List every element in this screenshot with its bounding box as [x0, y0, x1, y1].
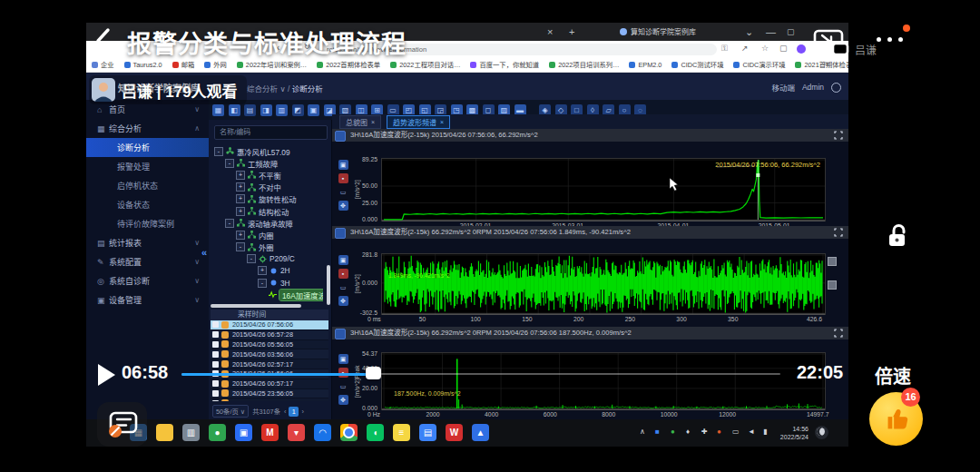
expand-box-icon[interactable]: +: [236, 182, 245, 192]
mobile-mode-label[interactable]: 移动端: [771, 82, 795, 93]
sidebar-subitem-待评价故障案例[interactable]: 待评价故障案例: [86, 214, 209, 233]
mail-app-icon[interactable]: M: [261, 424, 279, 441]
row-checkbox[interactable]: [212, 321, 219, 328]
toolbar-icon-6[interactable]: ▣: [308, 104, 319, 116]
fullscreen-icon[interactable]: [834, 228, 843, 237]
sidebar-subitem-启停机状态[interactable]: 启停机状态: [86, 176, 209, 195]
sample-row[interactable]: 2015/04/25 23:56:05: [211, 389, 328, 399]
expand-box-icon[interactable]: +: [258, 266, 267, 275]
tab-search-icon[interactable]: ⌄: [745, 25, 753, 38]
tray-icon-6[interactable]: ▭: [732, 428, 740, 436]
collapse-box-icon[interactable]: -: [236, 242, 245, 251]
bookmark-item[interactable]: CIDC演示环境: [733, 60, 785, 69]
tray-icon-7[interactable]: ◄: [748, 428, 755, 436]
more-menu-icon[interactable]: [877, 37, 913, 44]
spectrum-chart[interactable]: 3H\16A加速度波形(2-15k) 66.292m/s^2 0RPM 2015…: [332, 327, 848, 416]
wps-app-icon[interactable]: W: [446, 424, 463, 441]
page-number[interactable]: 1: [289, 407, 299, 417]
bookmark-item[interactable]: Taurus2.0: [124, 61, 162, 69]
tree-node-惠冷风机L57.09[interactable]: -惠冷风机L57.09: [211, 145, 323, 157]
toolbar-icon-5[interactable]: ◩: [292, 104, 304, 116]
tab-close-icon[interactable]: ×: [547, 25, 553, 38]
marker-icon[interactable]: ▪: [338, 173, 348, 183]
share-icon[interactable]: ↗: [741, 44, 749, 53]
browser-profile-avatar[interactable]: [797, 44, 806, 54]
pan-icon[interactable]: ✥: [338, 296, 348, 306]
monitor-icon[interactable]: ▭: [338, 187, 348, 197]
calc-app-icon[interactable]: ▥: [182, 424, 200, 441]
sample-row[interactable]: 2015/04/26 03:56:06: [211, 349, 328, 359]
plot-scroll-button[interactable]: [828, 257, 837, 266]
bookmark-item[interactable]: 2022工程项目对话…: [390, 60, 460, 69]
picture-in-picture-icon[interactable]: [813, 28, 851, 57]
doc-app-icon[interactable]: ▤: [419, 424, 436, 441]
wechat-icon[interactable]: ◖: [367, 424, 384, 441]
danmaku-off-button[interactable]: [97, 402, 147, 447]
sample-row[interactable]: 2015/04/25 22:43:14: [211, 398, 328, 401]
unlock-icon[interactable]: [883, 221, 914, 251]
tab-close-icon[interactable]: ×: [371, 119, 375, 125]
folder-icon[interactable]: [156, 424, 173, 441]
streamer-info[interactable]: 吕谦 | 179人观看: [89, 75, 247, 104]
window-maximize-icon[interactable]: ▢: [787, 25, 795, 38]
bookmark-item[interactable]: 百度一下，你就知道: [470, 60, 539, 69]
sidebar-item-设备管理[interactable]: ▣设备管理∨: [86, 290, 209, 310]
tree-horizontal-scrollbar[interactable]: [211, 304, 301, 308]
back-icon[interactable]: [93, 27, 113, 54]
sidebar-subitem-报警处理[interactable]: 报警处理: [86, 157, 209, 176]
tray-icon-1[interactable]: ■: [655, 428, 660, 436]
fullscreen-icon[interactable]: [834, 131, 843, 140]
chrome-icon[interactable]: [340, 424, 358, 441]
bookmark-item[interactable]: 2022年培训和案例…: [237, 60, 307, 69]
bookmark-item[interactable]: EPM2.0: [629, 61, 662, 69]
tray-icon-5[interactable]: ●: [717, 428, 721, 436]
sample-row[interactable]: 2015/04/26 00:57:17: [211, 379, 328, 389]
tree-node-16A加速度波形(2-1[interactable]: 16A加速度波形(2-1: [211, 289, 323, 300]
fullscreen-icon[interactable]: [834, 329, 843, 338]
page-size-select[interactable]: 50条/页 ∨: [212, 405, 249, 418]
tree-node-外圈[interactable]: -外圈: [211, 241, 323, 253]
sidebar-item-综合分析[interactable]: ▦综合分析∧: [86, 119, 209, 138]
night-mode-icon[interactable]: [815, 426, 828, 439]
row-checkbox[interactable]: [212, 390, 219, 397]
plot-canvas[interactable]: 2015/04/26 07:56:06, 66.292m/s^2: [381, 158, 826, 221]
monitor-icon[interactable]: ▭: [338, 282, 348, 292]
green-app-icon[interactable]: ●: [209, 424, 226, 441]
bookmark-item[interactable]: 2022首期体检表单: [317, 60, 380, 69]
sample-row[interactable]: 2015/04/26 07:56:06: [211, 320, 328, 330]
plot-canvas[interactable]: 1.849ms, -90.421m/s^2: [381, 253, 826, 315]
chart-tool-icon[interactable]: [335, 228, 346, 239]
tree-node-3H[interactable]: -3H: [211, 277, 323, 289]
toolbar-icon-0[interactable]: ▦: [212, 104, 224, 116]
tray-icon-0[interactable]: ∧: [640, 428, 645, 436]
plot-select-icon[interactable]: ▣: [338, 255, 348, 265]
tray-icon-4[interactable]: ✚: [701, 428, 708, 436]
bookmark-item[interactable]: CIDC测试环境: [671, 60, 723, 69]
playback-speed-button[interactable]: 倍速: [875, 362, 911, 388]
collapse-box-icon[interactable]: -: [258, 279, 267, 288]
tab-trend-waveform-spectrum[interactable]: 趋势波形频谱×: [387, 115, 450, 129]
plot-select-icon[interactable]: ▣: [338, 160, 348, 170]
sample-row[interactable]: 2015/04/26 02:57:17: [211, 359, 328, 369]
tree-node-旋转性松动[interactable]: +旋转性松动: [211, 193, 323, 205]
plot-canvas[interactable]: 187.500Hz, 0.009m/s^2: [381, 352, 826, 410]
tree-node-内圈[interactable]: +内圈: [211, 229, 323, 241]
bookmarks-overflow-icon[interactable]: »: [823, 59, 843, 68]
row-checkbox[interactable]: [212, 361, 219, 368]
sidebar-item-系统配置[interactable]: ✎系统配置∨: [86, 252, 209, 271]
prev-page-icon[interactable]: ‹: [284, 408, 286, 416]
tree-vertical-scrollbar[interactable]: [327, 265, 330, 305]
next-page-icon[interactable]: ›: [301, 408, 303, 416]
bookmark-item[interactable]: 2022项目培训系列…: [549, 60, 619, 69]
sample-row[interactable]: 2015/04/26 06:57:28: [211, 330, 328, 340]
tab-overview[interactable]: 总貌图×: [339, 115, 381, 129]
row-checkbox[interactable]: [212, 400, 219, 401]
row-checkbox[interactable]: [212, 351, 219, 358]
user-name[interactable]: Admin: [802, 83, 824, 92]
marker-icon[interactable]: ▪: [338, 269, 348, 279]
waveform-chart[interactable]: 3H\16A加速度波形(2-15k) 66.292m/s^2 0RPM 2015…: [332, 226, 848, 322]
collapse-box-icon[interactable]: -: [225, 219, 234, 228]
tree-node-不对中[interactable]: +不对中: [211, 182, 323, 193]
tree-node-工频故障[interactable]: -工频故障: [211, 157, 323, 169]
streamer-avatar[interactable]: [92, 78, 115, 102]
